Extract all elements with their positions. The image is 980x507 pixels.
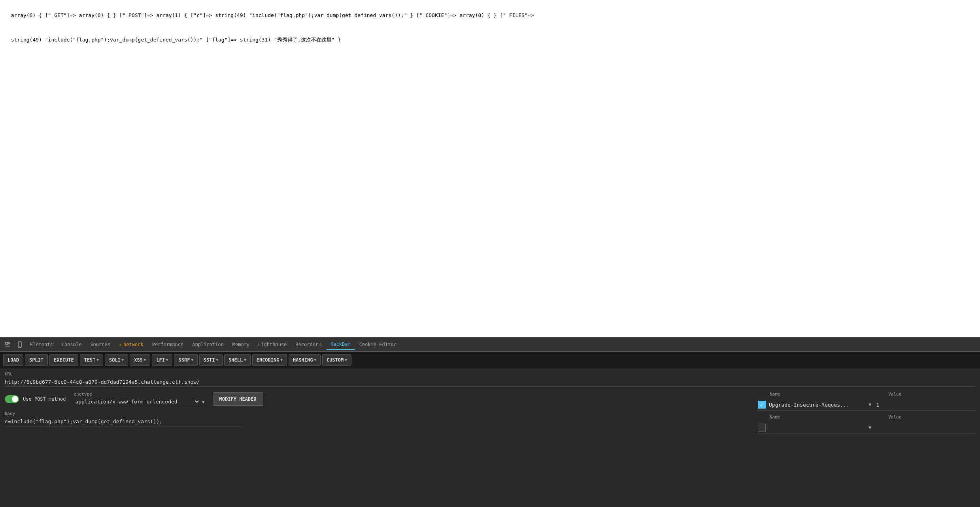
- tab-application[interactable]: Application: [188, 339, 227, 350]
- header-value-col-label-2: Value: [888, 415, 967, 420]
- tab-hackbar[interactable]: HackBar: [327, 339, 355, 350]
- tab-network[interactable]: ⚠ Network: [115, 339, 147, 350]
- page-content: array(6) { ["_GET"]=> array(0) { } ["_PO…: [0, 0, 980, 337]
- content-line2: string(49) "include("flag.php");var_dump…: [11, 37, 341, 43]
- header-name-col-label: Name: [770, 392, 888, 397]
- header-1-checkbox[interactable]: ✓: [758, 401, 766, 409]
- custom-button[interactable]: CUSTOM ▼: [322, 354, 351, 366]
- ssrf-button[interactable]: SSRF ▼: [174, 354, 197, 366]
- body-label: Body: [5, 411, 750, 416]
- header-1-dropdown-icon[interactable]: ▼: [867, 402, 873, 407]
- sqli-button[interactable]: SQLI ▼: [105, 354, 128, 366]
- devtools-tabs-bar: Elements Console Sources ⚠ Network Perfo…: [0, 337, 980, 352]
- enctype-select[interactable]: application/x-www-form-urlencoded multip…: [74, 398, 200, 405]
- hashing-dropdown-icon: ▼: [314, 358, 316, 362]
- tab-cookie-editor[interactable]: Cookie-Editor: [355, 339, 400, 350]
- header-2-checkbox[interactable]: ✓: [758, 424, 766, 432]
- lfi-dropdown-icon: ▼: [166, 358, 168, 362]
- hackbar-body: URL Use POST method en: [0, 368, 980, 507]
- enctype-select-wrap: application/x-www-form-urlencoded multip…: [74, 398, 204, 406]
- url-input[interactable]: [5, 377, 975, 387]
- test-dropdown-icon: ▼: [97, 358, 99, 362]
- post-method-label: Use POST method: [23, 396, 66, 402]
- header-row-1: ✓ ▼: [758, 401, 975, 411]
- tab-console[interactable]: Console: [58, 339, 86, 350]
- ssrf-dropdown-icon: ▼: [191, 358, 193, 362]
- content-line1: array(6) { ["_GET"]=> array(0) { } ["_PO…: [11, 12, 534, 18]
- tab-lighthouse[interactable]: Lighthouse: [254, 339, 291, 350]
- ssti-button[interactable]: SSTI ▼: [199, 354, 223, 366]
- lfi-button[interactable]: LFI ▼: [152, 354, 172, 366]
- body-input[interactable]: [5, 417, 242, 426]
- toggle-knob: [12, 396, 18, 402]
- encoding-button[interactable]: ENCODING ▼: [252, 354, 287, 366]
- svg-rect-0: [6, 342, 8, 344]
- svg-rect-5: [18, 342, 21, 347]
- hashing-button[interactable]: HASHING ▼: [289, 354, 321, 366]
- load-button[interactable]: LOAD: [3, 354, 23, 366]
- tab-memory[interactable]: Memory: [228, 339, 253, 350]
- inspect-icon[interactable]: [2, 339, 13, 350]
- tab-elements[interactable]: Elements: [26, 339, 57, 350]
- header-1-value-input[interactable]: [876, 402, 908, 408]
- sqli-dropdown-icon: ▼: [122, 358, 124, 362]
- device-icon[interactable]: [14, 339, 25, 350]
- url-section: URL: [5, 371, 975, 387]
- split-button[interactable]: SPLIT: [25, 354, 48, 366]
- shell-dropdown-icon: ▼: [244, 358, 246, 362]
- header-2-name-input[interactable]: [769, 425, 864, 431]
- test-button[interactable]: TEST ▼: [80, 354, 103, 366]
- header-2-value-input[interactable]: [876, 425, 908, 431]
- modify-header-button[interactable]: MODIFY HEADER: [213, 392, 263, 406]
- header-1-name-input[interactable]: [769, 402, 864, 408]
- tab-performance[interactable]: Performance: [148, 339, 187, 350]
- header-2-dropdown-icon[interactable]: ▼: [867, 425, 873, 430]
- execute-button[interactable]: EXECUTE: [49, 354, 78, 366]
- ssti-dropdown-icon: ▼: [216, 358, 218, 362]
- custom-dropdown-icon: ▼: [345, 358, 347, 362]
- post-method-toggle[interactable]: [5, 395, 19, 403]
- enctype-label: enctype: [74, 392, 204, 397]
- post-toggle-wrapper: Use POST method: [5, 395, 66, 403]
- xss-dropdown-icon: ▼: [144, 358, 146, 362]
- tab-sources[interactable]: Sources: [86, 339, 114, 350]
- tab-recorder[interactable]: Recorder ⚗: [291, 339, 326, 350]
- header-row-2: ✓ ▼: [758, 424, 975, 433]
- enctype-section: enctype application/x-www-form-urlencode…: [74, 392, 204, 406]
- enctype-dropdown-icon: ▼: [202, 399, 204, 405]
- url-label: URL: [5, 371, 975, 377]
- header-name-col-label-2: Name: [770, 415, 888, 420]
- header-value-col-label: Value: [888, 392, 967, 397]
- body-section: Body: [5, 411, 750, 426]
- devtools-panel: Elements Console Sources ⚠ Network Perfo…: [0, 337, 980, 507]
- shell-button[interactable]: SHELL ▼: [224, 354, 251, 366]
- hackbar-toolbar: LOAD SPLIT EXECUTE TEST ▼ SQLI ▼ XSS ▼ L…: [0, 352, 980, 368]
- xss-button[interactable]: XSS ▼: [130, 354, 150, 366]
- encoding-dropdown-icon: ▼: [280, 358, 282, 362]
